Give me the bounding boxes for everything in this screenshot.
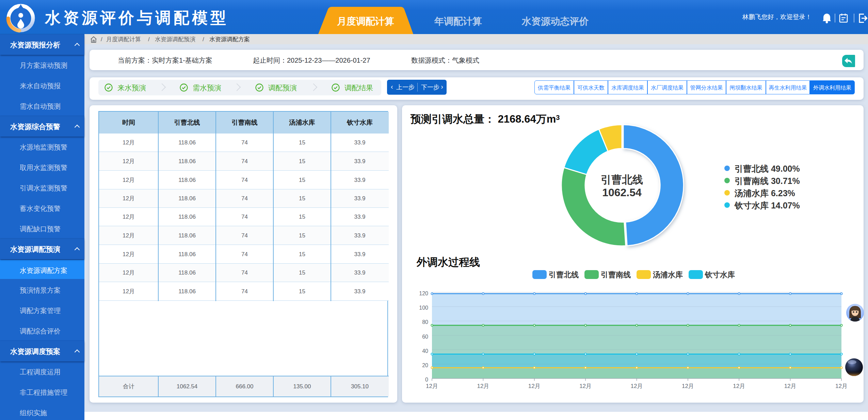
svg-text:20: 20 [422,362,428,368]
svg-text:12月: 12月 [835,383,848,389]
svg-text:12月: 12月 [631,383,643,389]
svg-text:汤浦水库: 汤浦水库 [653,270,683,279]
svg-text:引曹北线: 引曹北线 [549,270,579,279]
svg-text:12月: 12月 [477,383,489,389]
svg-text:12月: 12月 [682,383,694,389]
svg-text:引曹南线 30.71%: 引曹南线 30.71% [735,176,800,186]
svg-text:12月: 12月 [733,383,745,389]
svg-text:0: 0 [425,377,428,383]
svg-text:100: 100 [419,305,428,311]
svg-text:40: 40 [422,348,428,354]
svg-text:汤浦水库 6.23%: 汤浦水库 6.23% [734,188,795,198]
svg-text:引曹南线: 引曹南线 [601,270,631,279]
svg-text:引曹北线 49.00%: 引曹北线 49.00% [735,164,800,173]
svg-text:80: 80 [422,319,428,325]
svg-text:120: 120 [419,291,428,296]
svg-text:12月: 12月 [579,383,592,389]
svg-text:钦寸水库 14.07%: 钦寸水库 14.07% [734,201,800,210]
svg-text:12月: 12月 [528,383,541,389]
svg-text:1062.54: 1062.54 [602,186,642,199]
svg-text:12月: 12月 [426,383,438,389]
svg-text:12月: 12月 [784,383,797,389]
svg-text:引曹北线: 引曹北线 [601,174,643,186]
svg-text:钦寸水库: 钦寸水库 [704,270,735,279]
svg-text:60: 60 [422,334,428,340]
